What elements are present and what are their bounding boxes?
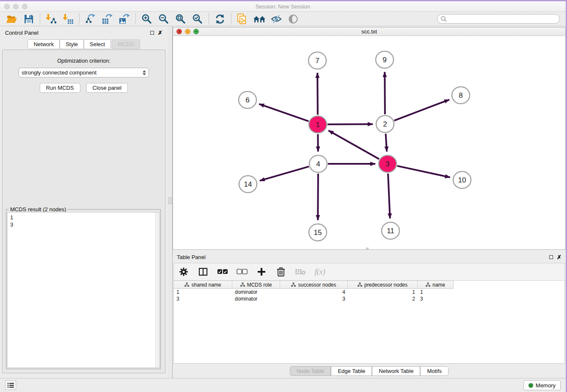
close-panel-button[interactable]: Close panel — [86, 83, 128, 93]
table-cell[interactable]: dominator — [232, 295, 280, 302]
open-folder-icon — [6, 14, 17, 24]
node-table[interactable]: shared nameMCDS rolesuccessor nodesprede… — [173, 281, 565, 364]
column-header-shared-name[interactable]: shared name — [174, 281, 232, 289]
zoom-out-button[interactable] — [155, 13, 172, 25]
table-cell[interactable]: 3 — [174, 295, 232, 302]
close-panel-icon[interactable]: ✗ — [158, 31, 162, 35]
graph-edge-4-15[interactable] — [318, 174, 318, 220]
task-history-button[interactable] — [5, 381, 16, 390]
graph-edge-2-9[interactable] — [385, 72, 385, 114]
graph-edge-1-2[interactable] — [328, 124, 373, 124]
table-cell[interactable]: 4 — [280, 289, 348, 295]
import-network-button[interactable] — [43, 13, 60, 25]
tab-style[interactable]: Style — [60, 39, 84, 49]
graph-edge-3-1[interactable] — [328, 130, 379, 159]
graph-node-4[interactable]: 4 — [309, 155, 327, 172]
close-table-panel-icon[interactable]: ✗ — [557, 255, 561, 259]
export-network-icon — [85, 14, 96, 25]
graph-node-15[interactable]: 15 — [309, 224, 327, 241]
search-input[interactable] — [437, 14, 560, 24]
delete-table-button[interactable] — [295, 266, 306, 277]
column-header-name[interactable]: name — [418, 281, 454, 289]
gear-icon — [179, 267, 188, 276]
graph-node-11[interactable]: 11 — [382, 222, 399, 239]
graph-node-14[interactable]: 14 — [239, 176, 257, 193]
birdseye-button[interactable] — [285, 13, 302, 25]
graph-node-1[interactable]: 1 — [309, 116, 327, 133]
graph-node-8[interactable]: 8 — [452, 87, 470, 104]
window-resize-handle[interactable] — [366, 248, 369, 250]
graph-node-2[interactable]: 2 — [376, 116, 394, 133]
result-scrollbar[interactable] — [155, 213, 159, 367]
open-session-button[interactable] — [3, 13, 20, 25]
graph-node-10[interactable]: 10 — [453, 171, 471, 188]
float-table-panel-icon[interactable] — [549, 255, 553, 259]
tab-edge-table[interactable]: Edge Table — [331, 366, 372, 376]
criterion-dropdown[interactable]: strongly connected component — [19, 68, 149, 77]
network-minimize-icon[interactable]: − — [185, 29, 190, 34]
graph-edge-2-3[interactable] — [385, 134, 387, 152]
network-maximize-icon[interactable]: + — [193, 29, 199, 34]
network-close-icon[interactable]: ✗ — [176, 29, 182, 34]
import-table-button[interactable] — [60, 13, 77, 25]
column-header-MCDS-role[interactable]: MCDS role — [232, 281, 280, 289]
mcds-result-text[interactable]: 1 3 — [7, 212, 160, 368]
export-image-button[interactable] — [116, 13, 133, 25]
table-cell[interactable]: 3 — [280, 295, 348, 302]
graph-node-7[interactable]: 7 — [308, 52, 326, 69]
graph-node-6[interactable]: 6 — [239, 91, 256, 108]
table-row[interactable]: 1dominator411 — [174, 289, 564, 295]
graph-edge-1-6[interactable] — [259, 104, 308, 121]
refresh-layout-button[interactable] — [212, 13, 228, 25]
save-session-button[interactable] — [20, 13, 37, 25]
run-mcds-button[interactable]: Run MCDS — [40, 83, 80, 93]
column-header-predecessor-nodes[interactable]: predecessor nodes — [348, 281, 418, 289]
deselect-all-rows-button[interactable] — [237, 266, 248, 277]
overview-button[interactable] — [251, 13, 268, 25]
graph-node-3[interactable]: 3 — [379, 155, 396, 172]
hide-details-button[interactable] — [268, 13, 285, 25]
network-window-titlebar[interactable]: ✗ − + scc.txt — [173, 28, 565, 36]
control-panel-title: Control Panel — [5, 30, 39, 36]
tab-mcds[interactable]: MCDS — [112, 39, 140, 49]
table-cell[interactable]: 2 — [348, 295, 418, 302]
graph-edge-4-14[interactable] — [260, 166, 309, 181]
memory-button[interactable]: Memory — [523, 380, 561, 390]
tab-node-table[interactable]: Node Table — [290, 366, 331, 376]
divider-grip[interactable] — [168, 197, 172, 204]
show-columns-button[interactable] — [198, 266, 209, 277]
table-cell[interactable]: 1 — [174, 289, 232, 295]
tab-network[interactable]: Network — [28, 39, 60, 49]
svg-text:4: 4 — [316, 160, 320, 168]
column-header-successor-nodes[interactable]: successor nodes — [280, 281, 348, 289]
graph-edge-2-8[interactable] — [394, 99, 449, 121]
export-network-button[interactable] — [82, 13, 99, 25]
export-table-button[interactable] — [99, 13, 116, 25]
select-all-rows-button[interactable] — [217, 266, 228, 277]
table-cell[interactable]: 3 — [418, 295, 454, 302]
create-column-button[interactable] — [256, 266, 267, 277]
table-cell[interactable]: dominator — [232, 289, 280, 295]
tab-motifs[interactable]: Motifs — [420, 366, 449, 376]
graph-edge-3-10[interactable] — [397, 166, 450, 177]
graph-edge-3-11[interactable] — [388, 174, 390, 218]
delete-column-button[interactable] — [275, 266, 286, 277]
zoom-in-button[interactable] — [138, 13, 155, 25]
table-row[interactable]: 3dominator323 — [174, 295, 564, 302]
float-panel-icon[interactable] — [150, 31, 154, 35]
zoom-selected-button[interactable] — [189, 13, 206, 25]
network-canvas[interactable]: 7968124314101511 — [173, 36, 565, 249]
svg-text:11: 11 — [387, 227, 394, 235]
table-cell[interactable]: 1 — [418, 289, 454, 295]
table-settings-button[interactable] — [178, 266, 189, 277]
table-cell[interactable]: 1 — [348, 289, 418, 295]
tab-network-table[interactable]: Network Table — [372, 366, 420, 376]
zoom-fit-button[interactable] — [172, 13, 189, 25]
graph-node-9[interactable]: 9 — [376, 51, 394, 68]
network-from-selection-button[interactable] — [234, 13, 251, 25]
panel-divider[interactable] — [168, 26, 173, 378]
apply-function-button[interactable]: f(x) — [314, 266, 325, 277]
graph-edge-1-7[interactable] — [317, 73, 318, 115]
tab-select[interactable]: Select — [84, 39, 111, 49]
toolbar-separator — [40, 14, 40, 25]
